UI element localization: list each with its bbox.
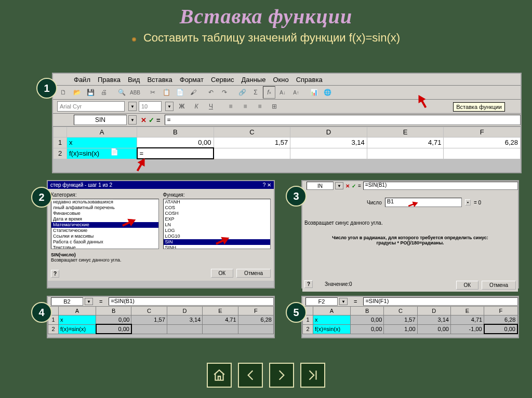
menu-format[interactable]: Формат: [180, 76, 204, 84]
cancel-formula-icon[interactable]: ✕: [345, 183, 350, 189]
nav-home-button[interactable]: [207, 363, 232, 388]
align-center-icon[interactable]: ≡: [239, 100, 251, 113]
dropdown-arrow-icon[interactable]: ▼: [128, 115, 137, 125]
cell[interactable]: [444, 148, 521, 159]
open-icon[interactable]: 📂: [71, 86, 83, 99]
merge-icon[interactable]: ⊞: [268, 100, 281, 113]
cell[interactable]: x: [67, 138, 137, 148]
col-header[interactable]: F: [444, 127, 521, 138]
cell[interactable]: 1,57: [214, 138, 290, 148]
col-header[interactable]: E: [367, 127, 444, 138]
worksheet-grid[interactable]: ABC DEF 1 x 0,001,57 3,144,71 6,28 2 f(x…: [48, 306, 274, 334]
row-header[interactable]: 1: [54, 138, 67, 148]
font-size-combo[interactable]: 10: [139, 101, 162, 112]
accept-formula-icon[interactable]: ✓: [149, 116, 154, 124]
name-box[interactable]: SIN: [74, 115, 127, 125]
hyperlink-icon[interactable]: 🔗: [236, 86, 248, 99]
help-button[interactable]: ?: [304, 280, 313, 288]
arg-input[interactable]: B1: [385, 198, 462, 207]
col-header[interactable]: C: [214, 127, 290, 138]
panel-result-full: F2 ▼ = =SIN(F1) ABC DEF 1 x 0,001,57 3,1…: [301, 296, 519, 338]
dropdown-arrow-icon[interactable]: ▼: [165, 102, 174, 111]
menu-window[interactable]: Окно: [273, 76, 288, 84]
row-header[interactable]: 2: [54, 148, 67, 159]
col-header[interactable]: D: [290, 127, 367, 138]
cell[interactable]: [214, 148, 290, 159]
font-name-combo[interactable]: Arial Cyr: [57, 101, 125, 112]
menu-edit[interactable]: Правка: [98, 76, 121, 84]
redo-icon[interactable]: ↷: [218, 86, 231, 99]
dropdown-arrow-icon[interactable]: ▼: [128, 102, 137, 111]
menu-tools[interactable]: Сервис: [211, 76, 234, 84]
cell[interactable]: 0,00: [137, 138, 214, 148]
sort-asc-icon[interactable]: A↓: [276, 86, 289, 99]
name-box[interactable]: B2: [51, 297, 83, 306]
formula-input[interactable]: =SIN(B1): [363, 182, 518, 190]
menu-insert[interactable]: Вставка: [147, 76, 172, 84]
category-label: Категория:: [51, 192, 159, 198]
align-right-icon[interactable]: ≡: [254, 100, 266, 113]
nav-next-button[interactable]: [269, 363, 294, 388]
cancel-button[interactable]: Отмена: [236, 269, 271, 278]
nav-prev-button[interactable]: [238, 363, 263, 388]
underline-icon[interactable]: Ч: [205, 100, 217, 113]
menu-bar: 📄 Файл Правка Вид Вставка Формат Сервис …: [53, 74, 521, 86]
dropdown-arrow-icon[interactable]: ▼: [339, 298, 348, 305]
new-icon[interactable]: 🗋: [57, 86, 70, 99]
name-box[interactable]: F2: [305, 297, 338, 306]
dropdown-arrow-icon[interactable]: ▼: [85, 298, 93, 305]
worksheet-grid[interactable]: ABC DEF 1 x 0,001,57 3,144,71 6,28 2 f(x…: [302, 306, 518, 334]
worksheet-grid[interactable]: A B C D E F 1 x 0,00 1,57 3,14 4,71 6,28…: [53, 127, 521, 159]
bold-icon[interactable]: Ж: [176, 100, 188, 113]
col-header[interactable]: B: [137, 127, 214, 138]
name-box[interactable]: IN: [307, 182, 334, 190]
cut-icon[interactable]: ✂: [147, 86, 159, 99]
sum-icon[interactable]: Σ: [249, 86, 262, 99]
cell[interactable]: f(x)=sin(x): [67, 148, 137, 159]
formula-input[interactable]: =SIN(B1): [109, 297, 274, 306]
cell-selected[interactable]: =: [137, 148, 214, 159]
function-list[interactable]: ATANH COS COSH EXP LN LOG LOG10 SIN SINH…: [163, 199, 271, 249]
cell[interactable]: 4,71: [367, 138, 444, 148]
category-list[interactable]: недавно использовавшихся лный алфавитный…: [51, 199, 159, 249]
undo-icon[interactable]: ↶: [205, 86, 217, 99]
cancel-formula-icon[interactable]: ✕: [141, 116, 147, 124]
print-icon[interactable]: 🖨: [98, 86, 110, 99]
preview-icon[interactable]: 🔍: [115, 86, 128, 99]
fx-icon[interactable]: fx: [263, 86, 275, 99]
cell[interactable]: 3,14: [290, 138, 367, 148]
paste-icon[interactable]: 📄: [174, 86, 186, 99]
copy-icon[interactable]: 📋: [160, 86, 172, 99]
cell[interactable]: [367, 148, 444, 159]
formula-input[interactable]: =: [165, 115, 521, 125]
cancel-button[interactable]: Отмена: [482, 281, 516, 290]
spell-icon[interactable]: ABB: [129, 86, 141, 99]
ok-button[interactable]: ОК: [211, 269, 234, 278]
map-icon[interactable]: 🌐: [321, 86, 334, 99]
format-painter-icon[interactable]: 🖌: [187, 86, 200, 99]
menu-file[interactable]: Файл: [74, 76, 90, 84]
formula-input[interactable]: =SIN(F1): [363, 297, 518, 306]
sort-desc-icon[interactable]: A↑: [290, 86, 302, 99]
help-button[interactable]: ?: [51, 270, 59, 278]
save-icon[interactable]: 💾: [84, 86, 97, 99]
menu-view[interactable]: Вид: [128, 76, 140, 84]
italic-icon[interactable]: К: [190, 100, 203, 113]
chart-icon[interactable]: 📊: [308, 86, 320, 99]
step-badge-1: 1: [36, 78, 57, 99]
select-all-corner[interactable]: [54, 127, 67, 138]
collapse-icon[interactable]: ▪: [465, 199, 471, 205]
cell[interactable]: [290, 148, 367, 159]
dropdown-arrow-icon[interactable]: ▼: [335, 182, 343, 189]
align-left-icon[interactable]: ≡: [224, 100, 237, 113]
menu-data[interactable]: Данные: [241, 76, 265, 84]
cell[interactable]: 6,28: [444, 138, 521, 148]
nav-last-button[interactable]: [300, 363, 325, 388]
ok-button[interactable]: ОК: [456, 281, 479, 290]
dialog-help-icon[interactable]: ? ✕: [263, 182, 271, 188]
accept-formula-icon[interactable]: ✓: [352, 183, 356, 189]
bullet-icon: [132, 37, 136, 42]
col-header[interactable]: A: [67, 127, 137, 138]
menu-help[interactable]: Справка: [296, 76, 323, 84]
step-badge-2: 2: [31, 187, 52, 208]
